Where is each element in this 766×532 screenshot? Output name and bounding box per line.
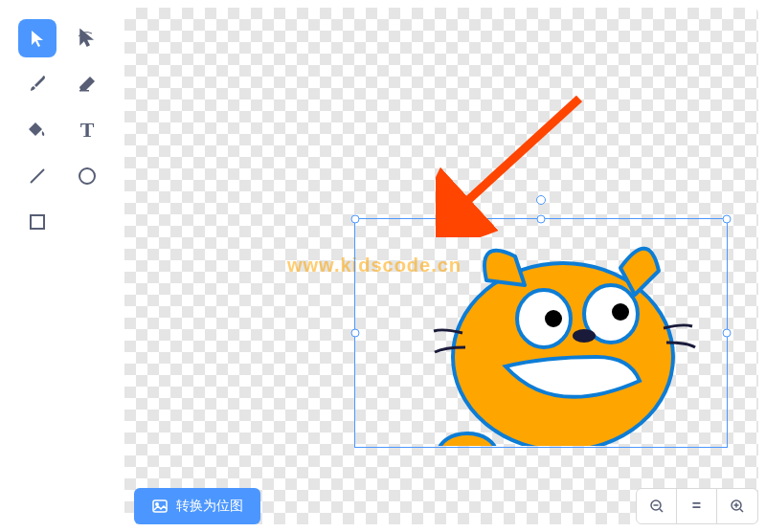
line-icon (27, 166, 48, 187)
reshape-tool[interactable] (68, 19, 106, 57)
convert-bitmap-label: 转换为位图 (176, 498, 243, 515)
selection-box[interactable] (354, 218, 728, 448)
zoom-reset-icon: = (692, 498, 701, 515)
zoom-controls: = (636, 488, 758, 524)
svg-line-18 (740, 509, 743, 512)
circle-icon (77, 166, 98, 187)
resize-n[interactable] (537, 215, 546, 224)
zoom-in-icon (730, 499, 745, 514)
rectangle-icon (27, 211, 48, 233)
canvas-area[interactable]: www.kidscode.cn (124, 8, 758, 524)
resize-nw[interactable] (351, 215, 360, 224)
bottom-controls: 转换为位图 = (134, 488, 758, 524)
line-tool[interactable] (18, 157, 56, 195)
eraser-icon (77, 74, 98, 95)
svg-point-13 (156, 503, 158, 505)
select-tool[interactable] (18, 19, 56, 57)
fill-tool[interactable] (18, 111, 56, 149)
zoom-reset-button[interactable]: = (677, 489, 717, 523)
rotate-handle[interactable] (536, 195, 546, 205)
svg-rect-3 (31, 215, 44, 229)
circle-tool[interactable] (68, 157, 106, 195)
text-icon: T (80, 118, 95, 143)
toolbar: T (0, 0, 124, 532)
text-tool[interactable]: T (68, 111, 106, 149)
brush-tool[interactable] (18, 65, 56, 103)
resize-ne[interactable] (723, 215, 732, 224)
fill-icon (27, 120, 48, 141)
reshape-icon (77, 28, 98, 49)
zoom-out-icon (649, 499, 665, 514)
eraser-tool[interactable] (68, 65, 106, 103)
svg-rect-0 (79, 90, 89, 92)
zoom-in-button[interactable] (717, 489, 757, 523)
svg-point-2 (79, 168, 95, 184)
select-icon (28, 29, 47, 48)
image-icon (151, 498, 169, 515)
convert-bitmap-button[interactable]: 转换为位图 (134, 488, 260, 524)
rectangle-tool[interactable] (18, 203, 56, 241)
resize-w[interactable] (351, 329, 360, 338)
brush-icon (27, 74, 48, 95)
svg-line-15 (660, 509, 663, 512)
resize-e[interactable] (723, 329, 732, 338)
svg-line-1 (31, 169, 44, 183)
zoom-out-button[interactable] (637, 489, 677, 523)
